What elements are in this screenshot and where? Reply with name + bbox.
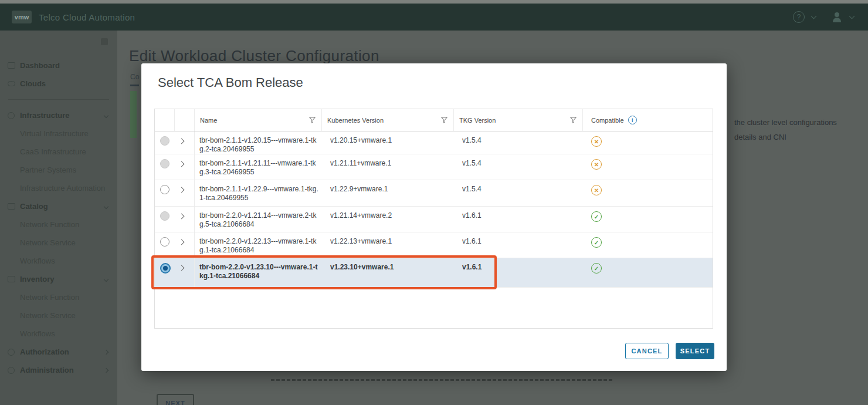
cancel-button[interactable]: CANCEL xyxy=(625,343,669,359)
dashed-separator xyxy=(271,379,612,381)
expand-column-header xyxy=(175,109,195,131)
x-circle-icon xyxy=(591,159,602,170)
check-circle-icon xyxy=(591,211,602,222)
radio-disabled xyxy=(160,159,169,168)
radio-disabled xyxy=(160,211,169,221)
chevron-down-icon xyxy=(849,14,855,19)
filter-icon[interactable] xyxy=(570,117,577,123)
tkg-version: v1.6.1 xyxy=(454,258,583,287)
filter-icon[interactable] xyxy=(441,117,447,123)
sidebar-item-inventory-workflows[interactable]: Workflows xyxy=(0,325,117,343)
sidebar-item-dashboard[interactable]: Dashboard xyxy=(0,56,117,75)
table-row[interactable]: tbr-bom-2.1.1-v1.22.9---vmware.1-tkg.1-t… xyxy=(155,180,713,207)
sidebar-item-authorization[interactable]: Authorization xyxy=(0,343,117,361)
info-icon[interactable]: i xyxy=(628,116,637,124)
app-title: Telco Cloud Automation xyxy=(39,12,135,22)
x-circle-icon xyxy=(591,136,602,147)
expand-chevron-icon[interactable] xyxy=(179,161,185,167)
chevron-right-icon xyxy=(104,349,108,354)
expand-chevron-icon[interactable] xyxy=(179,214,185,220)
cluster-config-note: the cluster level configurations details… xyxy=(734,115,863,144)
bom-release-table: Name Kubernetes Version TKG Version Comp… xyxy=(154,109,713,329)
select-button[interactable]: SELECT xyxy=(676,343,714,359)
kubernetes-version: v1.22.13+vmware.1 xyxy=(322,232,454,258)
table-header-row: Name Kubernetes Version TKG Version Comp… xyxy=(155,109,713,131)
table-row-selected[interactable]: tbr-bom-2.2.0-v1.23.10---vmware.1-tkg.1-… xyxy=(155,258,713,288)
tkg-version: v1.6.1 xyxy=(454,232,583,258)
bom-name: tbr-bom-2.2.0-v1.22.13---vmware.1-tkg.1-… xyxy=(195,232,322,258)
sidebar-item-partner-systems[interactable]: Partner Systems xyxy=(0,161,117,179)
user-icon[interactable] xyxy=(831,11,843,23)
sidebar-item-clouds[interactable]: Clouds xyxy=(0,75,117,93)
kubernetes-version: v1.20.15+vmware.1 xyxy=(322,131,454,154)
sidebar-item-inventory-network-service[interactable]: Network Service xyxy=(0,306,117,325)
table-row[interactable]: tbr-bom-2.1.1-v1.20.15---vmware.1-tkg.2-… xyxy=(155,131,713,154)
check-circle-icon xyxy=(591,237,602,248)
kubernetes-version: v1.21.14+vmware.2 xyxy=(322,207,454,232)
check-circle-icon xyxy=(591,263,602,274)
inventory-icon xyxy=(8,276,15,282)
tkg-version: v1.5.4 xyxy=(454,180,583,206)
administration-icon xyxy=(8,367,15,374)
radio-selected[interactable] xyxy=(160,263,171,274)
table-row[interactable]: tbr-bom-2.1.1-v1.21.11---vmware.1-tkg.3-… xyxy=(155,154,713,180)
sidebar-item-virtual-infrastructure[interactable]: Virtual Infrastructure xyxy=(0,124,117,143)
bom-name: tbr-bom-2.1.1-v1.20.15---vmware.1-tkg.2-… xyxy=(195,131,322,154)
sidebar-item-administration[interactable]: Administration xyxy=(0,361,117,379)
cloud-icon xyxy=(8,81,15,86)
sidebar-item-inventory-network-function[interactable]: Network Function xyxy=(0,288,117,306)
expand-chevron-icon[interactable] xyxy=(179,139,185,144)
chevron-right-icon xyxy=(104,367,108,372)
kubernetes-version: v1.22.9+vmware.1 xyxy=(322,180,454,206)
radio-unselected[interactable] xyxy=(160,237,169,247)
column-header-compatible: Compatible i xyxy=(583,109,713,131)
expand-chevron-icon[interactable] xyxy=(179,265,185,271)
bom-name: tbr-bom-2.1.1-v1.21.11---vmware.1-tkg.3-… xyxy=(195,154,322,180)
vmware-logo: vmw xyxy=(12,11,32,23)
note-line-2: details and CNI xyxy=(734,130,863,144)
help-icon[interactable]: ? xyxy=(793,11,805,23)
sidebar-item-caas-infrastructure[interactable]: CaaS Infrastructure xyxy=(0,143,117,161)
column-header-kubernetes-version: Kubernetes Version xyxy=(322,109,454,131)
tab-configuration-partial[interactable]: Co xyxy=(130,73,139,86)
select-tca-bom-release-dialog: Select TCA Bom Release Name Kubernetes V… xyxy=(141,63,727,371)
radio-disabled xyxy=(160,136,169,146)
sidebar-pin-icon[interactable] xyxy=(101,38,108,45)
column-header-tkg-version: TKG Version xyxy=(454,109,583,131)
chevron-down-icon xyxy=(104,113,108,117)
kubernetes-version: v1.21.11+vmware.1 xyxy=(322,154,454,180)
sidebar-item-inventory[interactable]: Inventory xyxy=(0,270,117,288)
tkg-version: v1.5.4 xyxy=(454,154,583,180)
active-step-indicator xyxy=(130,91,137,138)
dialog-title: Select TCA Bom Release xyxy=(158,75,303,90)
x-circle-icon xyxy=(591,185,602,195)
sidebar-item-catalog-network-service[interactable]: Network Service xyxy=(0,234,117,252)
sidebar-item-infrastructure-automation[interactable]: Infrastructure Automation xyxy=(0,179,117,197)
bom-name: tbr-bom-2.1.1-v1.22.9---vmware.1-tkg.1-t… xyxy=(195,180,322,206)
table-row[interactable]: tbr-bom-2.2.0-v1.22.13---vmware.1-tkg.1-… xyxy=(155,232,713,258)
note-line-1: the cluster level configurations xyxy=(734,115,863,130)
sidebar-divider xyxy=(8,99,109,100)
filter-icon[interactable] xyxy=(309,117,316,123)
bom-name: tbr-bom-2.2.0-v1.23.10---vmware.1-tkg.1-… xyxy=(195,258,322,287)
tkg-version: v1.5.4 xyxy=(454,131,583,154)
catalog-icon xyxy=(8,203,15,210)
radio-unselected[interactable] xyxy=(160,185,169,194)
sidebar: Dashboard Clouds Infrastructure Virtual … xyxy=(0,31,117,405)
sidebar-item-catalog-workflows[interactable]: Workflows xyxy=(0,252,117,270)
table-row[interactable]: tbr-bom-2.2.0-v1.21.14---vmware.2-tkg.5-… xyxy=(155,207,713,232)
dashboard-icon xyxy=(8,62,15,69)
bom-name: tbr-bom-2.2.0-v1.21.14---vmware.2-tkg.5-… xyxy=(195,207,322,232)
radio-column-header xyxy=(155,109,175,131)
page-title: Edit Workload Cluster Configuration xyxy=(129,47,379,65)
column-header-name: Name xyxy=(195,109,322,131)
sidebar-item-catalog-network-function[interactable]: Network Function xyxy=(0,215,117,234)
next-button[interactable]: NEXT xyxy=(157,394,194,405)
sidebar-item-catalog[interactable]: Catalog xyxy=(0,197,117,215)
expand-chevron-icon[interactable] xyxy=(179,187,185,193)
infrastructure-icon xyxy=(8,112,15,119)
sidebar-item-infrastructure[interactable]: Infrastructure xyxy=(0,106,117,124)
expand-chevron-icon[interactable] xyxy=(179,239,185,245)
chevron-down-icon xyxy=(104,276,108,281)
tkg-version: v1.6.1 xyxy=(454,207,583,232)
